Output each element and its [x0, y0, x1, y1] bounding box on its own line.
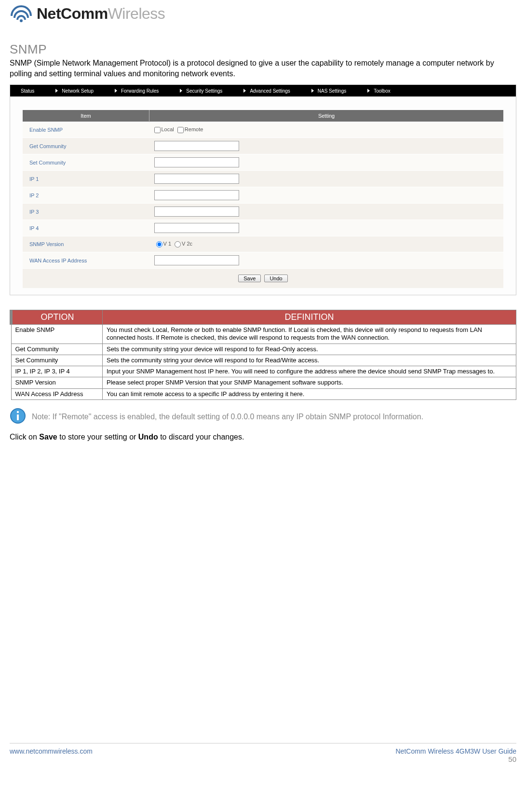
checkbox-remote[interactable]: [177, 127, 184, 133]
chevron-right-icon: [311, 89, 314, 93]
footer-guide: NetComm Wireless 4GM3W User Guide: [396, 747, 517, 755]
nav-security-settings[interactable]: Security Settings: [169, 88, 233, 94]
label-ip4: IP 4: [23, 220, 149, 236]
closing-text: Click on Save to store your setting or U…: [10, 433, 516, 441]
page-number: 50: [396, 755, 517, 763]
table-row: Get CommunitySets the community string y…: [11, 344, 516, 355]
label-snmp-version: SNMP Version: [23, 236, 149, 252]
save-button[interactable]: Save: [238, 275, 261, 282]
radio-v1-label: V 1: [163, 241, 172, 247]
label-get-community: Get Community: [23, 138, 149, 154]
nav-toolbox[interactable]: Toolbox: [357, 88, 401, 94]
nav-status[interactable]: Status: [10, 88, 45, 94]
undo-button[interactable]: Undo: [264, 275, 287, 282]
nav-network-setup[interactable]: Network Setup: [45, 88, 104, 94]
checkbox-remote-label: Remote: [185, 126, 203, 132]
radio-v2c[interactable]: [175, 241, 181, 248]
label-set-community: Set Community: [23, 154, 149, 171]
table-row: IP 1, IP 2, IP 3, IP 4Input your SNMP Ma…: [11, 366, 516, 377]
col-setting-header: Setting: [149, 110, 504, 122]
radio-v2c-label: V 2c: [182, 241, 192, 247]
chevron-right-icon: [55, 89, 58, 93]
table-row: Enable SNMPYou must check Local, Remote …: [11, 325, 516, 344]
settings-form: Item Setting Enable SNMP Local Remote Ge…: [23, 110, 503, 288]
label-wan-access-ip: WAN Access IP Address: [23, 252, 149, 269]
note-text: Note: If "Remote" access is enabled, the…: [32, 413, 423, 421]
input-wan-access-ip[interactable]: [154, 255, 239, 265]
input-set-community[interactable]: [154, 157, 239, 167]
nav-forwarding-rules[interactable]: Forwarding Rules: [104, 88, 169, 94]
info-icon: [10, 408, 26, 426]
svg-point-0: [20, 19, 23, 22]
table-row: Set CommunitySets the community string y…: [11, 355, 516, 366]
radio-v1[interactable]: [156, 241, 162, 248]
note: Note: If "Remote" access is enabled, the…: [10, 408, 516, 426]
page-footer: www.netcommwireless.com NetComm Wireless…: [10, 743, 516, 763]
chevron-right-icon: [243, 89, 246, 93]
input-ip1[interactable]: [154, 174, 239, 184]
definitions-table: OPTION DEFINITION Enable SNMPYou must ch…: [10, 310, 516, 400]
input-ip2[interactable]: [154, 190, 239, 200]
col-item-header: Item: [23, 110, 149, 122]
checkbox-local-label: Local: [162, 126, 174, 132]
chevron-right-icon: [180, 89, 182, 93]
svg-rect-2: [17, 414, 19, 420]
footer-url: www.netcommwireless.com: [10, 747, 93, 755]
section-title: SNMP: [10, 42, 516, 57]
section-intro: SNMP (Simple Network Management Protocol…: [10, 58, 516, 79]
nav-nas-settings[interactable]: NAS Settings: [301, 88, 357, 94]
brand-text: NetCommWireless: [37, 5, 165, 23]
wifi-icon: [10, 5, 33, 23]
router-nav: Status Network Setup Forwarding Rules Se…: [10, 85, 516, 96]
label-ip1: IP 1: [23, 171, 149, 187]
brand-logo: NetCommWireless: [10, 5, 516, 23]
input-ip3[interactable]: [154, 206, 239, 217]
router-screenshot: Status Network Setup Forwarding Rules Se…: [10, 84, 516, 295]
chevron-right-icon: [115, 89, 117, 93]
table-row: SNMP VersionPlease select proper SNMP Ve…: [11, 377, 516, 388]
input-get-community[interactable]: [154, 141, 239, 151]
chevron-right-icon: [367, 89, 370, 93]
table-row: WAN Access IP AddressYou can limit remot…: [11, 388, 516, 399]
nav-advanced-settings[interactable]: Advanced Settings: [233, 88, 300, 94]
def-header-option: OPTION: [11, 310, 103, 325]
svg-point-3: [17, 411, 19, 413]
checkbox-local[interactable]: [154, 127, 161, 133]
def-header-definition: DEFINITION: [103, 310, 516, 325]
input-ip4[interactable]: [154, 223, 239, 233]
label-ip2: IP 2: [23, 187, 149, 204]
label-ip3: IP 3: [23, 204, 149, 220]
label-enable-snmp: Enable SNMP: [23, 122, 149, 138]
